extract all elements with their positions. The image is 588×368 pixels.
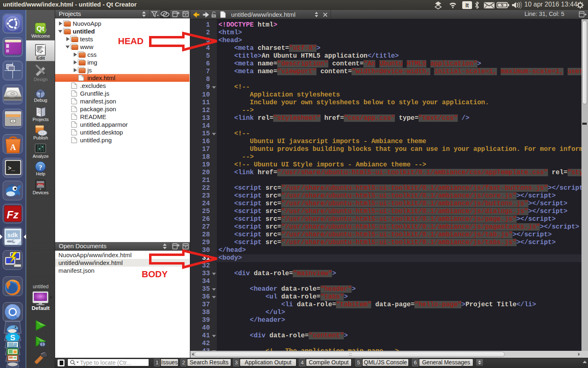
svg-text:>_: >_ bbox=[8, 165, 16, 172]
svg-text:It: It bbox=[466, 2, 469, 9]
svg-text:sdk: sdk bbox=[7, 231, 18, 238]
svg-text:Fz: Fz bbox=[7, 209, 19, 221]
svg-text:?: ? bbox=[39, 164, 42, 171]
svg-text:Home: Home bbox=[38, 184, 43, 186]
